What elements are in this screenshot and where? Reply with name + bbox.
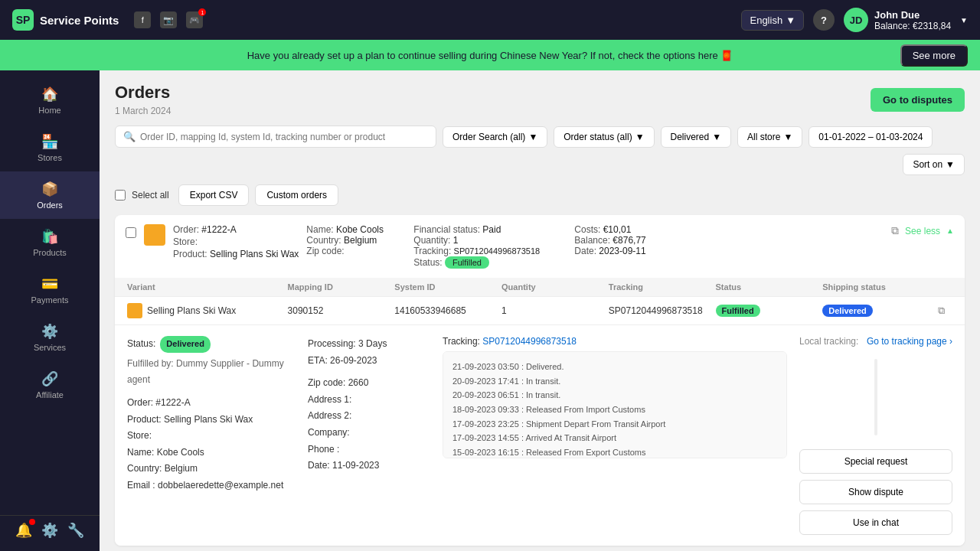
system-col-header: System ID <box>394 282 501 292</box>
variant-status: Fulfilled <box>716 305 823 317</box>
variant-tracking: SP0712044996873518 <box>609 305 716 316</box>
use-in-chat-button[interactable]: Use in chat <box>799 510 952 535</box>
chevron-down-icon: ▼ <box>783 132 792 142</box>
expand-icon-1222: ▲ <box>946 227 954 235</box>
qty-col-header: Quantity <box>501 282 609 292</box>
variant-shipping-status: Delivered <box>822 305 929 317</box>
variant-col-header: Variant <box>127 282 288 292</box>
sidebar-label-orders: Orders <box>37 201 63 210</box>
sidebar-item-stores[interactable]: 🏪 Stores <box>0 124 100 171</box>
sidebar-item-orders[interactable]: 📦 Orders <box>0 171 100 219</box>
language-selector[interactable]: English ▼ <box>741 10 804 31</box>
discord-badge: 1 <box>198 8 206 16</box>
chevron-down-icon: ▼ <box>528 132 537 142</box>
tools-icon[interactable]: 🔧 <box>67 522 84 539</box>
topnav: SP Service Points f 📷 🎮 1 English ▼ ? JD… <box>0 0 980 40</box>
sort-label: Sort on <box>913 159 942 170</box>
language-chevron: ▼ <box>786 15 795 26</box>
bell-icon[interactable]: 🔔 <box>15 522 32 539</box>
main-content: Orders 1 March 2024 Go to disputes 🔍 Ord… <box>100 70 980 551</box>
search-input[interactable] <box>140 132 428 142</box>
instagram-icon[interactable]: 📷 <box>160 11 177 28</box>
facebook-icon[interactable]: f <box>134 11 151 28</box>
go-to-disputes-button[interactable]: Go to disputes <box>871 88 965 112</box>
sidebar-label-products: Products <box>33 248 66 257</box>
export-csv-button[interactable]: Export CSV <box>178 184 250 206</box>
payments-icon: 💳 <box>41 276 58 292</box>
bell-badge <box>29 519 35 525</box>
order-1222-meta: Order: #1222-A Store: Product: Selling P… <box>173 224 299 259</box>
show-dispute-button[interactable]: Show dispute <box>799 480 952 504</box>
sidebar-bottom-icons: 🔔 ⚙️ 🔧 <box>15 522 84 539</box>
order-1222-customer: Name: Kobe Cools Country: Belgium Zip co… <box>306 224 406 256</box>
search-icon: 🔍 <box>123 131 136 142</box>
language-label: English <box>750 15 782 26</box>
special-request-button[interactable]: Special request <box>799 449 952 474</box>
variant-name: Selling Plans Ski Wax <box>127 303 288 318</box>
order-status-filter[interactable]: Order status (all) ▼ <box>554 126 654 148</box>
sidebar-item-home[interactable]: 🏠 Home <box>0 77 100 124</box>
order-1222-color-box <box>144 224 165 246</box>
stores-icon: 🏪 <box>41 133 58 150</box>
sidebar: 🏠 Home 🏪 Stores 📦 Orders 🛍️ Products 💳 P… <box>0 70 100 551</box>
actions-row: Select all Export CSV Custom orders <box>115 184 965 206</box>
discord-icon[interactable]: 🎮 1 <box>186 11 203 28</box>
social-links: f 📷 🎮 1 <box>134 11 203 28</box>
sort-button[interactable]: Sort on ▼ <box>903 154 965 175</box>
sidebar-label-stores: Stores <box>38 153 62 162</box>
store-filter[interactable]: All store ▼ <box>737 126 802 148</box>
promo-banner: Have you already set up a plan to contin… <box>0 40 980 70</box>
settings-icon[interactable]: ⚙️ <box>41 522 58 539</box>
order-1222-checkbox[interactable] <box>126 227 136 238</box>
chevron-down-icon: ▼ <box>712 132 721 142</box>
select-all-label: Select all <box>132 190 169 201</box>
user-name: John Due <box>874 9 951 21</box>
logo-icon: SP <box>12 9 34 31</box>
help-button[interactable]: ? <box>813 9 835 31</box>
sidebar-label-affiliate: Affiliate <box>36 390 64 399</box>
banner-see-more-button[interactable]: See more <box>900 44 968 67</box>
see-less-button-1222[interactable]: See less <box>905 226 940 236</box>
banner-text: Have you already set up a plan to contin… <box>247 50 733 61</box>
user-chevron[interactable]: ▼ <box>960 16 968 24</box>
system-id: 14160533946685 <box>394 305 501 316</box>
date-range-picker[interactable]: 01-01-2022 – 01-03-2024 <box>808 126 933 148</box>
tracking-left-panel: Status: Delivered Fulfilled by: Dummy Su… <box>127 336 296 535</box>
toolbar: 🔍 Order Search (all) ▼ Order status (all… <box>115 126 965 175</box>
sidebar-item-products[interactable]: 🛍️ Products <box>0 219 100 266</box>
page-date: 1 March 2024 <box>115 106 171 116</box>
tracking-right-panel: Local tracking: Go to tracking page › Sp… <box>799 336 952 535</box>
sidebar-item-payments[interactable]: 💳 Payments <box>0 266 100 314</box>
mapping-id: 3090152 <box>288 305 395 316</box>
variant-table-header: Variant Mapping ID System ID Quantity Tr… <box>115 278 965 297</box>
order-1222-costs: Costs: €10,01 Balance: €876,77 Date: 202… <box>574 224 681 256</box>
app-name: Service Points <box>40 14 119 27</box>
sidebar-label-home: Home <box>38 106 60 115</box>
chevron-down-icon: ▼ <box>635 132 645 142</box>
orders-icon: 📦 <box>41 181 58 197</box>
status-col-header: Status <box>716 282 823 292</box>
logo[interactable]: SP Service Points <box>12 9 119 31</box>
shipping-col-header: Shipping status <box>822 282 929 292</box>
delivery-status-filter[interactable]: Delivered ▼ <box>661 126 732 148</box>
sidebar-item-affiliate[interactable]: 🔗 Affiliate <box>0 361 100 409</box>
variant-row-1222: Selling Plans Ski Wax 3090152 1416053394… <box>115 297 965 325</box>
tracking-col-header: Tracking <box>609 282 716 292</box>
tracking-panel-1222: Status: Delivered Fulfilled by: Dummy Su… <box>115 325 965 546</box>
order-search-filter[interactable]: Order Search (all) ▼ <box>443 126 547 148</box>
home-icon: 🏠 <box>41 86 58 103</box>
products-icon: 🛍️ <box>41 228 58 245</box>
search-box: 🔍 <box>115 126 436 148</box>
tracking-address-panel: Processing: 3 Days ETA: 26-09-2023 Zip c… <box>308 336 430 535</box>
go-tracking-link[interactable]: Go to tracking page › <box>867 336 952 347</box>
order-card-1222: Order: #1222-A Store: Product: Selling P… <box>115 215 965 546</box>
user-details: John Due Balance: €2318,84 <box>874 9 951 31</box>
custom-orders-button[interactable]: Custom orders <box>255 184 338 206</box>
sidebar-item-services[interactable]: ⚙️ Services <box>0 314 100 361</box>
variant-copy-icon[interactable]: ⧉ <box>938 305 945 317</box>
user-balance: Balance: €2318,84 <box>874 21 951 31</box>
select-all-checkbox[interactable] <box>115 190 126 201</box>
user-info: JD John Due Balance: €2318,84 ▼ <box>844 8 968 32</box>
copy-icon-1222[interactable]: ⧉ <box>891 224 899 237</box>
tracking-log: 21-09-2023 03:50 : Delivered.20-09-2023 … <box>443 351 787 458</box>
